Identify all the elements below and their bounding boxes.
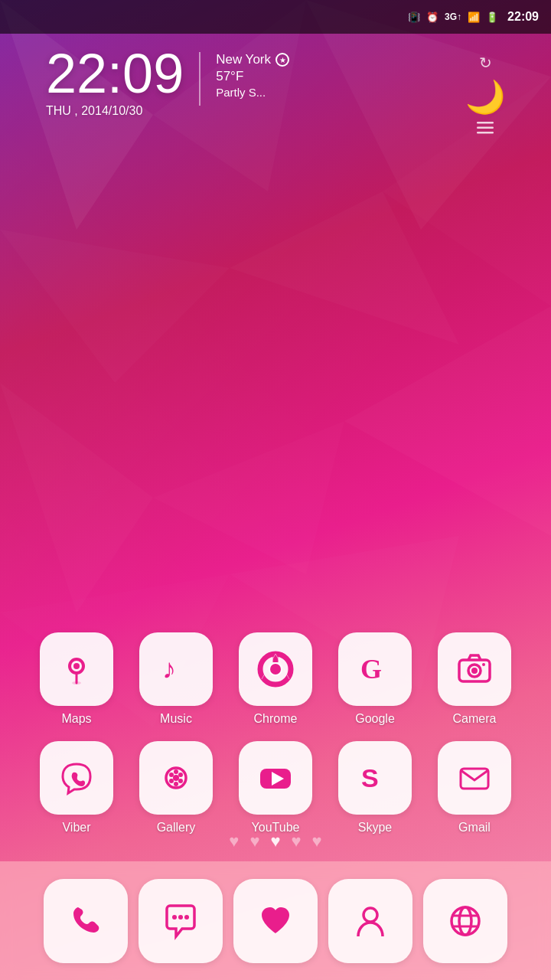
google-icon: G [338,632,412,706]
app-youtube[interactable]: YouTube [230,741,321,835]
battery-icon: 🔋 [486,11,498,23]
weather-info: New York ★ 57°F Partly S... [216,52,289,99]
app-grid: Maps ♪ Music Ch [0,625,551,842]
skype-icon: S [338,741,412,815]
app-row-1: Maps ♪ Music Ch [31,625,520,733]
svg-point-42 [184,915,189,920]
svg-rect-11 [477,122,494,124]
app-row-2: Viber Gallery [31,733,520,842]
svg-marker-7 [153,421,344,574]
status-bar: 📳 ⏰ 3G↑ 📶 🔋 22:09 [0,0,551,34]
weather-condition: Partly S... [216,86,289,99]
svg-marker-3 [0,230,230,383]
svg-point-41 [178,915,183,920]
dock-favorites[interactable] [233,879,318,963]
dot-3[interactable]: ♥ [270,831,280,851]
weather-city: New York ★ [216,52,289,67]
svg-rect-13 [477,132,494,134]
svg-point-35 [173,775,179,781]
status-time: 22:09 [507,10,539,24]
svg-point-34 [169,773,174,777]
clock-date: THU , 2014/10/30 [46,104,184,118]
page-indicator: ♥ ♥ ♥ ♥ ♥ [0,831,551,851]
svg-point-20 [270,664,281,675]
gmail-icon [438,741,511,815]
dot-5[interactable]: ♥ [312,831,322,851]
viber-icon [40,741,113,815]
app-maps[interactable]: Maps [31,632,122,726]
dock-browser[interactable] [423,879,507,963]
svg-point-15 [73,663,80,669]
chrome-label: Chrome [254,712,298,726]
settings-icon[interactable] [477,122,494,134]
app-music[interactable]: ♪ Music [130,632,222,726]
svg-point-44 [452,907,479,935]
refresh-icon[interactable]: ↻ [479,54,492,72]
svg-point-31 [178,779,183,783]
svg-point-27 [482,663,485,666]
clock-time: 22:09 [46,46,184,101]
music-icon: ♪ [139,632,213,706]
svg-text:S: S [361,763,379,792]
vibrate-icon: 📳 [408,11,420,23]
chrome-icon [239,632,312,706]
svg-text:♪: ♪ [162,653,176,684]
app-gallery[interactable]: Gallery [130,741,222,835]
google-label: Google [355,712,395,726]
dock-phone[interactable] [44,879,128,963]
camera-label: Camera [453,712,497,726]
star-badge: ★ [276,53,289,67]
gallery-icon [139,741,213,815]
weather-icons: ↻ 🌙 [465,54,505,134]
dot-1[interactable]: ♥ [229,831,239,851]
moon-icon: 🌙 [465,78,505,116]
svg-point-29 [174,769,178,774]
maps-icon [40,632,113,706]
svg-point-33 [169,779,174,783]
svg-marker-6 [0,383,153,612]
divider [199,52,201,106]
svg-point-45 [459,907,471,935]
alarm-icon: ⏰ [426,11,439,23]
app-google[interactable]: G Google [329,632,421,726]
svg-point-16 [72,681,81,684]
weather-temp: 57°F [216,69,289,84]
3g-signal-icon: 3G↑ [445,11,461,22]
svg-point-40 [172,915,177,920]
clock-widget: 22:09 THU , 2014/10/30 New York ★ 57°F P… [46,46,289,118]
maps-label: Maps [61,712,91,726]
svg-point-30 [178,773,183,777]
svg-rect-12 [477,127,494,129]
svg-point-43 [364,908,377,922]
dot-4[interactable]: ♥ [292,831,302,851]
app-gmail[interactable]: Gmail [429,741,520,835]
svg-point-32 [174,782,178,786]
app-chrome[interactable]: Chrome [230,632,321,726]
dock-contacts[interactable] [328,879,412,963]
app-skype[interactable]: S Skype [329,741,421,835]
dock-messages[interactable] [139,879,223,963]
app-camera[interactable]: Camera [429,632,520,726]
youtube-icon [239,741,312,815]
svg-rect-39 [461,769,488,789]
dock [0,861,551,980]
music-label: Music [160,712,192,726]
dot-2[interactable]: ♥ [249,831,259,851]
signal-icon: 📶 [468,11,480,23]
app-viber[interactable]: Viber [31,741,122,835]
camera-icon [438,632,511,706]
svg-text:G: G [360,654,382,684]
svg-point-26 [471,668,478,674]
